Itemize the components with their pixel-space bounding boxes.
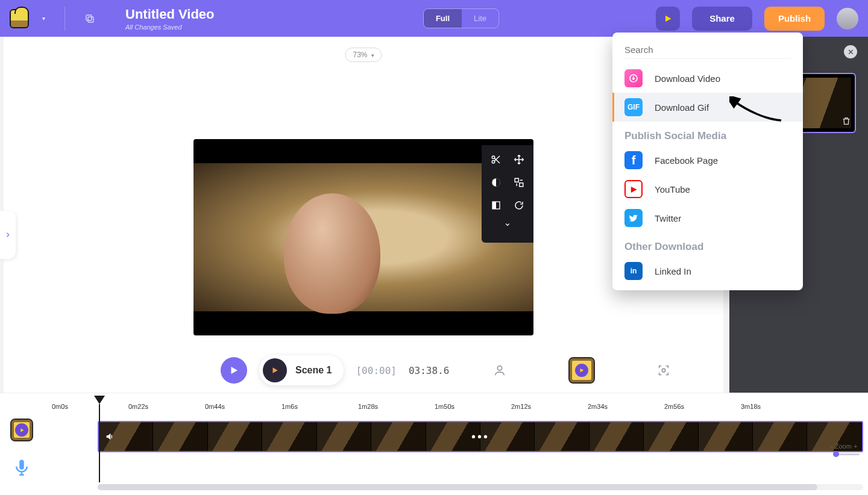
video-title[interactable]: Untitled Video <box>125 7 215 22</box>
rotate-icon[interactable] <box>511 197 527 214</box>
focus-icon[interactable] <box>655 362 672 379</box>
annotation-arrow <box>729 96 784 124</box>
timeline-tools <box>0 393 43 495</box>
share-button[interactable]: Share <box>692 7 752 31</box>
video-track[interactable]: ••• <box>98 421 863 452</box>
download-video-label: Download Video <box>655 73 720 84</box>
save-status: All Changes Saved <box>125 23 215 31</box>
cut-icon[interactable] <box>488 151 505 168</box>
mask-icon[interactable] <box>488 197 505 214</box>
publish-dropdown: Download Video GIF Download Gif Publish … <box>612 33 803 290</box>
time-tick: 0m22s <box>128 403 148 410</box>
timeline-scrollbar[interactable] <box>98 484 863 490</box>
play-button[interactable] <box>221 357 247 384</box>
mode-toggle: Full Lite <box>423 8 499 28</box>
facebook-icon: f <box>624 151 643 169</box>
video-preview[interactable] <box>193 139 533 335</box>
svg-rect-5 <box>515 178 518 182</box>
youtube-icon: ▶ <box>624 180 643 198</box>
timeline-zoom[interactable]: - Zoom + <box>831 443 862 457</box>
linkedin-label: Linked In <box>655 266 691 276</box>
time-tick: 1m6s <box>281 403 298 410</box>
time-tick: 0m0s <box>52 403 68 410</box>
scene-play-icon[interactable] <box>263 358 287 382</box>
track-more-icon[interactable]: ••• <box>471 430 489 444</box>
time-tick: 1m28s <box>358 403 378 410</box>
mode-lite[interactable]: Lite <box>462 9 498 28</box>
trash-icon[interactable] <box>841 116 851 128</box>
other-section-title: Other Download <box>612 232 803 257</box>
zoom-label: Zoom <box>835 443 852 450</box>
time-tick: 2m12s <box>511 403 531 410</box>
download-video-item[interactable]: Download Video <box>612 64 803 93</box>
divider <box>64 7 65 31</box>
app-logo[interactable] <box>10 9 29 28</box>
time-tick: 3m18s <box>741 403 761 410</box>
publish-button[interactable]: Publish <box>764 7 825 31</box>
playhead[interactable] <box>94 396 105 404</box>
contrast-icon[interactable] <box>488 174 505 191</box>
svg-rect-0 <box>88 17 93 22</box>
speaker-icon[interactable] <box>105 432 115 444</box>
side-panel-toggle[interactable] <box>0 211 16 259</box>
svg-point-2 <box>492 156 495 159</box>
zoom-dropdown[interactable]: 73% <box>345 48 382 62</box>
video-track-icon[interactable] <box>10 419 33 441</box>
mode-full[interactable]: Full <box>424 9 462 28</box>
download-gif-label: Download Gif <box>655 102 709 113</box>
clip-tools <box>482 145 533 243</box>
current-time: [00:00] <box>356 365 396 376</box>
mic-icon[interactable] <box>13 458 31 476</box>
preview-button[interactable] <box>656 7 680 31</box>
linkedin-item[interactable]: in Linked In <box>612 257 803 285</box>
svg-rect-8 <box>492 202 496 209</box>
youtube-item[interactable]: ▶ YouTube <box>612 175 803 204</box>
title-block: Untitled Video All Changes Saved <box>125 7 215 31</box>
scene-label: Scene 1 <box>295 365 332 376</box>
top-header: ▾ Untitled Video All Changes Saved Full … <box>0 0 868 37</box>
time-tick: 1m50s <box>435 403 454 410</box>
logo-menu-caret[interactable]: ▾ <box>42 15 45 22</box>
twitter-icon <box>624 209 643 227</box>
time-ruler[interactable]: 0m0s0m22s0m44s1m6s1m28s1m50s2m12s2m34s2m… <box>43 400 868 419</box>
time-tick: 2m56s <box>664 403 684 410</box>
download-video-icon <box>624 69 643 87</box>
publish-search-input[interactable] <box>624 41 791 59</box>
svg-rect-1 <box>86 15 92 20</box>
twitter-item[interactable]: Twitter <box>612 204 803 232</box>
facebook-label: Facebook Page <box>655 155 718 166</box>
time-tick: 0m44s <box>205 403 225 410</box>
linkedin-icon: in <box>624 262 643 280</box>
scene-chip[interactable]: Scene 1 <box>259 355 344 385</box>
social-section-title: Publish Social Media <box>612 122 803 146</box>
facebook-item[interactable]: f Facebook Page <box>612 146 803 175</box>
svg-point-9 <box>498 366 502 370</box>
chevron-down-icon[interactable] <box>488 220 527 229</box>
gif-icon: GIF <box>624 98 643 116</box>
time-tick: 2m34s <box>588 403 608 410</box>
total-duration: 03:38.6 <box>409 365 449 376</box>
copy-icon[interactable] <box>84 13 95 24</box>
timeline-main[interactable]: 0m0s0m22s0m44s1m6s1m28s1m50s2m12s2m34s2m… <box>43 393 868 495</box>
move-icon[interactable] <box>511 151 527 168</box>
person-icon[interactable] <box>491 362 508 379</box>
transport-bar: Scene 1 [00:00] 03:38.6 <box>4 348 723 393</box>
youtube-label: YouTube <box>655 184 690 195</box>
svg-rect-6 <box>520 183 523 187</box>
timeline: 0m0s0m22s0m44s1m6s1m28s1m50s2m12s2m34s2m… <box>0 393 868 495</box>
svg-point-3 <box>492 161 495 164</box>
svg-point-10 <box>662 369 666 372</box>
close-panel-button[interactable]: ✕ <box>844 45 857 58</box>
twitter-label: Twitter <box>655 213 681 223</box>
swap-icon[interactable] <box>511 174 527 191</box>
user-avatar[interactable] <box>837 8 858 30</box>
reel-icon[interactable] <box>568 357 595 384</box>
